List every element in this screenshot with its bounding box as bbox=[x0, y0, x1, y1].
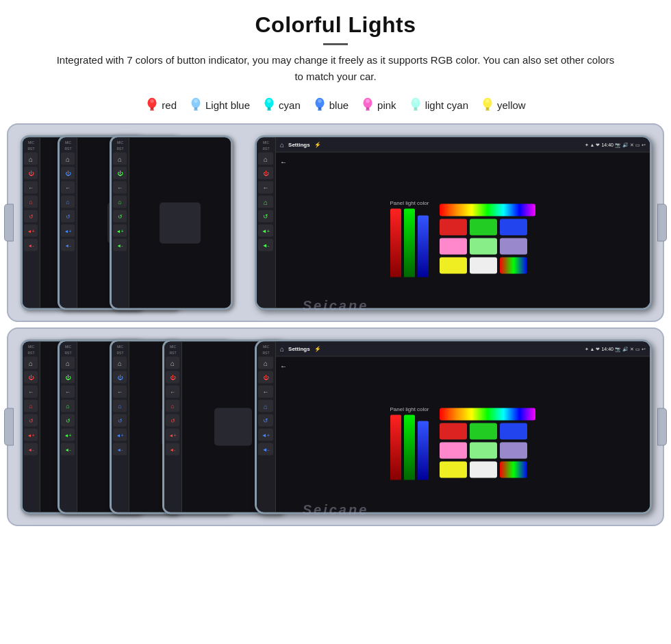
undo-btn-3[interactable]: ↺ bbox=[113, 210, 127, 223]
back-system-btn[interactable]: ↩ bbox=[642, 142, 646, 147]
swatch-purple-top[interactable] bbox=[500, 238, 527, 254]
power-btn-2[interactable]: ⏻ bbox=[61, 167, 75, 179]
swatch-rainbow2-bot[interactable] bbox=[500, 461, 527, 478]
main-back-btn-top[interactable]: ← bbox=[258, 182, 273, 194]
power-btn-1[interactable]: ⏻ bbox=[24, 167, 38, 179]
swatch-yellow-bot[interactable] bbox=[440, 461, 467, 478]
swatch-blue-bot[interactable] bbox=[500, 423, 527, 439]
main-power-btn-bot[interactable]: ⏻ bbox=[258, 371, 273, 384]
swatch-blue-top[interactable] bbox=[500, 219, 527, 235]
bot-volup-btn-3[interactable]: ◄+ bbox=[113, 429, 127, 441]
bot-close-btn[interactable]: ✕ bbox=[630, 346, 634, 351]
bot-home-btn-1[interactable]: ⌂ bbox=[24, 357, 38, 369]
rainbow-swatch-bot[interactable] bbox=[440, 408, 535, 420]
back-btn-3[interactable]: ← bbox=[113, 182, 127, 194]
bot-back-btn-1[interactable]: ← bbox=[24, 386, 38, 398]
swatch-purple-bot[interactable] bbox=[500, 442, 527, 458]
swatch-pink-bot[interactable] bbox=[440, 442, 467, 458]
svg-rect-18 bbox=[366, 110, 370, 111]
bot-power-btn-2[interactable]: ⏻ bbox=[61, 371, 75, 384]
voldn-btn-1[interactable]: ◄- bbox=[24, 239, 38, 251]
swatch-pink-top[interactable] bbox=[440, 238, 467, 254]
main-voldn-btn-bot[interactable]: ◄- bbox=[258, 443, 273, 456]
screen-back-arrow-bot[interactable]: ← bbox=[280, 362, 287, 370]
swatch-lightgreen-top[interactable] bbox=[470, 238, 497, 254]
bot-power-btn-3[interactable]: ⏻ bbox=[113, 371, 127, 384]
bot-back-btn-2[interactable]: ← bbox=[61, 386, 75, 398]
volup-btn-3[interactable]: ◄+ bbox=[113, 225, 127, 237]
close-btn-top[interactable]: ✕ bbox=[630, 142, 634, 147]
main-home-btn-top[interactable]: ⌂ bbox=[258, 153, 273, 165]
bot-volup-btn-4[interactable]: ◄+ bbox=[166, 429, 179, 441]
swatch-white-top[interactable] bbox=[470, 257, 497, 273]
home-btn-2[interactable]: ⌂ bbox=[61, 153, 75, 165]
bot-house-btn-4[interactable]: ⌂ bbox=[166, 400, 179, 412]
house-btn-3[interactable]: ⌂ bbox=[113, 196, 127, 208]
main-volup-btn-bot[interactable]: ◄+ bbox=[258, 429, 273, 441]
bot-voldn-btn-1[interactable]: ◄- bbox=[24, 443, 38, 456]
main-house-btn-bot[interactable]: ⌂ bbox=[258, 400, 273, 412]
bot-voldn-btn-2[interactable]: ◄- bbox=[61, 443, 75, 456]
swatch-red-top[interactable] bbox=[440, 219, 467, 235]
left-bracket-bottom bbox=[4, 408, 14, 446]
top-screen-usb-icon: ⚡ bbox=[314, 142, 321, 148]
back-btn-2[interactable]: ← bbox=[61, 182, 75, 194]
power-btn-3[interactable]: ⏻ bbox=[113, 167, 127, 179]
bot-undo-btn-4[interactable]: ↺ bbox=[166, 414, 179, 427]
voldn-btn-3[interactable]: ◄- bbox=[113, 239, 127, 251]
main-house-btn-top[interactable]: ⌂ bbox=[258, 196, 273, 208]
bot-back-system-btn[interactable]: ↩ bbox=[642, 346, 646, 351]
home-btn-1[interactable]: ⌂ bbox=[24, 153, 38, 165]
rainbow-swatch-top[interactable] bbox=[440, 203, 535, 216]
swatch-red-bot[interactable] bbox=[440, 423, 467, 439]
main-undo-btn-top[interactable]: ↺ bbox=[258, 210, 273, 223]
panel-light-label-bot: Panel light color bbox=[390, 406, 429, 412]
bot-volup-btn-1[interactable]: ◄+ bbox=[24, 429, 38, 441]
bot-voldn-btn-3[interactable]: ◄- bbox=[113, 443, 127, 456]
description: Integrated with 7 colors of button indic… bbox=[55, 52, 616, 85]
bot-home-btn-3[interactable]: ⌂ bbox=[113, 357, 127, 369]
pink-label: pink bbox=[377, 99, 396, 111]
bot-voldn-btn-4[interactable]: ◄- bbox=[166, 443, 179, 456]
main-power-btn-top[interactable]: ⏻ bbox=[258, 167, 273, 179]
bot-home-btn-2[interactable]: ⌂ bbox=[61, 357, 75, 369]
screen-back-arrow-top[interactable]: ← bbox=[280, 158, 287, 166]
undo-btn-2[interactable]: ↺ bbox=[61, 210, 75, 223]
main-voldn-btn-top[interactable]: ◄- bbox=[258, 239, 273, 251]
undo-btn-1[interactable]: ↺ bbox=[24, 210, 38, 223]
voldn-btn-2[interactable]: ◄- bbox=[61, 239, 75, 251]
bot-house-btn-2[interactable]: ⌂ bbox=[61, 400, 75, 412]
volup-btn-2[interactable]: ◄+ bbox=[61, 225, 75, 237]
bot-back-btn-4[interactable]: ← bbox=[166, 386, 179, 398]
swatches-section-top bbox=[440, 203, 535, 273]
swatch-green-top[interactable] bbox=[470, 219, 497, 235]
swatch-green-bot[interactable] bbox=[470, 423, 497, 439]
bot-undo-btn-1[interactable]: ↺ bbox=[24, 414, 38, 427]
bot-bluetooth-icon: ✦ bbox=[585, 346, 589, 351]
swatch-white-bot[interactable] bbox=[470, 461, 497, 478]
bot-volup-btn-2[interactable]: ◄+ bbox=[61, 429, 75, 441]
color-item-lightcyan: light cyan bbox=[409, 96, 468, 114]
swatch-rainbow2-top[interactable] bbox=[500, 257, 527, 273]
main-volup-btn-top[interactable]: ◄+ bbox=[258, 225, 273, 237]
bot-back-btn-3[interactable]: ← bbox=[113, 386, 127, 398]
back-btn-1[interactable]: ← bbox=[24, 182, 38, 194]
main-undo-btn-bot[interactable]: ↺ bbox=[258, 414, 273, 427]
swatch-lightgreen-bot[interactable] bbox=[470, 442, 497, 458]
bot-undo-btn-3[interactable]: ↺ bbox=[113, 414, 127, 427]
house-btn-2[interactable]: ⌂ bbox=[61, 196, 75, 208]
house-btn-1[interactable]: ⌂ bbox=[24, 196, 38, 208]
main-home-btn-bot[interactable]: ⌂ bbox=[258, 357, 273, 369]
volup-btn-1[interactable]: ◄+ bbox=[24, 225, 38, 237]
svg-rect-1 bbox=[151, 108, 154, 110]
bot-home-btn-4[interactable]: ⌂ bbox=[166, 357, 179, 369]
bot-power-btn-1[interactable]: ⏻ bbox=[24, 371, 38, 384]
swatch-yellow-top[interactable] bbox=[440, 257, 467, 273]
bot-house-btn-1[interactable]: ⌂ bbox=[24, 400, 38, 412]
svg-point-19 bbox=[366, 99, 370, 103]
bot-house-btn-3[interactable]: ⌂ bbox=[113, 400, 127, 412]
bot-undo-btn-2[interactable]: ↺ bbox=[61, 414, 75, 427]
main-back-btn-bot[interactable]: ← bbox=[258, 386, 273, 398]
bot-power-btn-4[interactable]: ⏻ bbox=[166, 371, 179, 384]
home-btn-3[interactable]: ⌂ bbox=[113, 153, 127, 165]
